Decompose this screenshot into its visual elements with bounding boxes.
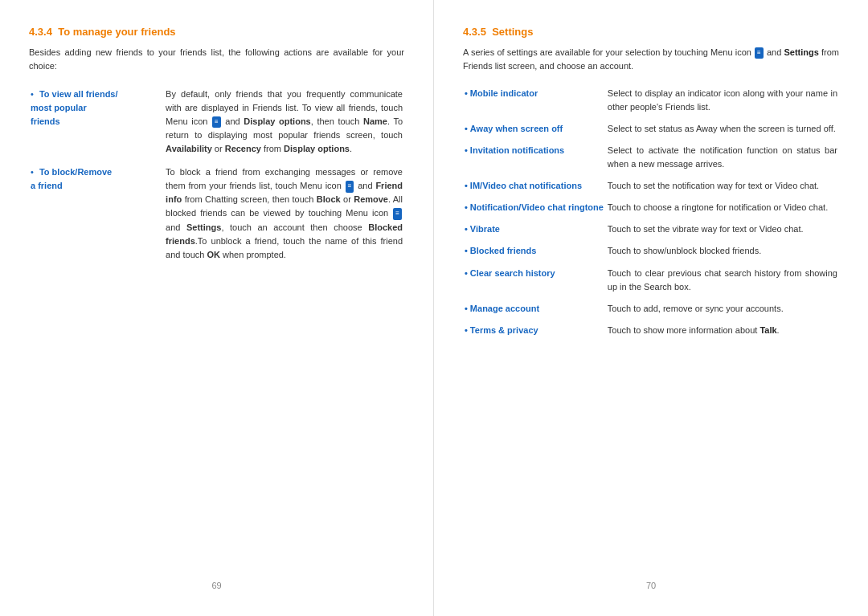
setting-term-ringtone: •Notification/Video chat ringtone	[463, 198, 606, 220]
left-page: 4.3.4 To manage your friends Besides add…	[0, 0, 434, 616]
setting-desc-clear: Touch to clear previous chat search hist…	[606, 264, 839, 300]
table-row: •IM/Video chat notifications Touch to se…	[463, 177, 839, 198]
setting-desc-imvideo: Touch to set the notification way for te…	[606, 177, 839, 198]
setting-term-manage: •Manage account	[463, 300, 606, 321]
setting-term-mobile: •Mobile indicator	[463, 84, 606, 120]
setting-term-clear: •Clear search history	[463, 264, 606, 300]
setting-term-vibrate: •Vibrate	[463, 220, 606, 242]
setting-desc-terms: Touch to show more information about Tal…	[606, 321, 839, 343]
setting-desc-invitation: Select to activate the notification func…	[606, 141, 839, 177]
bullet-dot-2: •	[31, 167, 34, 177]
bullet-desc-1: By default, only friends that you freque…	[164, 84, 404, 162]
table-row: •Notification/Video chat ringtone Touch …	[463, 198, 839, 220]
setting-term-imvideo: •IM/Video chat notifications	[463, 177, 606, 198]
table-row: •Mobile indicator Select to display an i…	[463, 84, 839, 120]
bullet-desc-2: To block a friend from exchanging messag…	[164, 162, 404, 267]
table-row: •Terms & privacy Touch to show more info…	[463, 321, 839, 343]
menu-icon-2: ≡	[346, 181, 354, 192]
setting-desc-blocked: Touch to show/unblock blocked friends.	[606, 242, 839, 263]
right-intro: A series of settings are available for y…	[463, 46, 839, 73]
bullet-dot-1: •	[31, 89, 34, 99]
left-bullet-table: • To view all friends/ most popular frie…	[29, 84, 404, 268]
setting-term-blocked: •Blocked friends	[463, 242, 606, 263]
setting-term-terms: •Terms & privacy	[463, 321, 606, 343]
table-row: • To view all friends/ most popular frie…	[29, 84, 404, 162]
right-section-heading: Settings	[492, 26, 533, 38]
table-row: •Manage account Touch to add, remove or …	[463, 300, 839, 321]
left-section-title: 4.3.4 To manage your friends	[29, 26, 404, 38]
table-row: • To block/Remove a friend To block a fr…	[29, 162, 404, 267]
menu-icon-1: ≡	[212, 116, 221, 128]
settings-table: •Mobile indicator Select to display an i…	[463, 84, 839, 343]
left-section-num: 4.3.4	[29, 26, 52, 38]
menu-icon-3: ≡	[393, 208, 402, 219]
table-row: •Blocked friends Touch to show/unblock b…	[463, 242, 839, 263]
setting-term-away: •Away when screen off	[463, 120, 606, 141]
right-page-num: 70	[463, 565, 839, 590]
setting-desc-ringtone: Touch to choose a ringtone for notificat…	[606, 198, 839, 220]
left-section-heading: To manage your friends	[58, 26, 175, 38]
left-intro: Besides adding new friends to your frien…	[29, 46, 404, 73]
left-page-num: 69	[29, 565, 404, 590]
bullet-term-2: • To block/Remove a friend	[29, 162, 164, 267]
table-row: •Away when screen off Select to set stat…	[463, 120, 839, 141]
setting-desc-away: Select to set status as Away when the sc…	[606, 120, 839, 141]
menu-icon-right: ≡	[755, 47, 764, 59]
setting-desc-manage: Touch to add, remove or sync your accoun…	[606, 300, 839, 321]
table-row: •Vibrate Touch to set the vibrate way fo…	[463, 220, 839, 242]
right-page: 4.3.5 Settings A series of settings are …	[434, 0, 868, 616]
setting-desc-vibrate: Touch to set the vibrate way for text or…	[606, 220, 839, 242]
table-row: •Clear search history Touch to clear pre…	[463, 264, 839, 300]
table-row: •Invitation notifications Select to acti…	[463, 141, 839, 177]
right-section-title: 4.3.5 Settings	[463, 26, 839, 38]
setting-term-invitation: •Invitation notifications	[463, 141, 606, 177]
setting-desc-mobile: Select to display an indicator icon alon…	[606, 84, 839, 120]
bullet-term-1: • To view all friends/ most popular frie…	[29, 84, 164, 162]
right-section-num: 4.3.5	[463, 26, 486, 38]
